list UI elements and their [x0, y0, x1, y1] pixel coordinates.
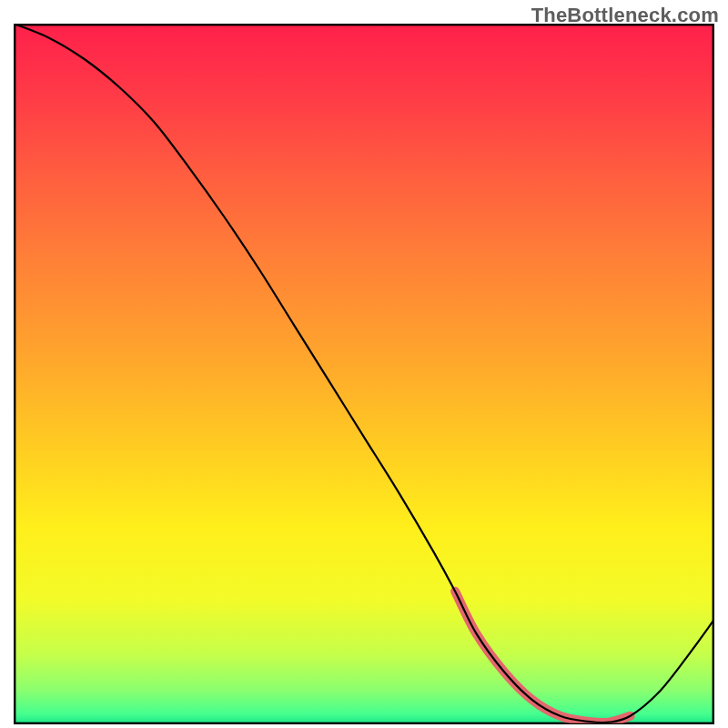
- watermark-text: TheBottleneck.com: [531, 4, 719, 27]
- bottleneck-chart: [14, 24, 714, 724]
- chart-background: [14, 24, 714, 724]
- chart-container: TheBottleneck.com: [0, 0, 728, 728]
